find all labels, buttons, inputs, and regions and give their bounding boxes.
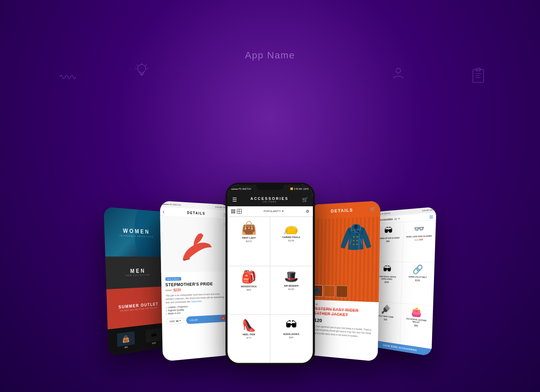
s5-count: 59	[394, 217, 398, 220]
s5-product-4-img: 🔗	[412, 264, 423, 275]
s5-product-6-name: OLD SCHOOL LEATHER WALLET	[402, 317, 431, 325]
s5-product-6-price: $99	[414, 324, 418, 327]
s3-sort-dropdown[interactable]: POPULARITY ▾	[264, 210, 284, 213]
s5-product-2-img: 👓	[414, 223, 425, 235]
s3-product-3-name: WOODSTOCK	[241, 285, 257, 288]
s5-product-2[interactable]: 👓 BASIC LOOK FAKE GLASSES $120 $95	[402, 220, 436, 262]
screen-5: ●●●●● PS SKETCH 5:50 AM 100% ☰ ACCESORIE…	[371, 207, 436, 356]
svg-line-4	[137, 64, 138, 66]
s4-header-title: DETAILS	[331, 207, 353, 213]
s5-product-4[interactable]: 🔗 SUPER UTILITY BELT $120	[401, 262, 434, 306]
s3-menu-btn[interactable]: ☰	[232, 197, 237, 203]
s5-title: ACCESORIES	[379, 218, 393, 221]
bulb-icon	[135, 62, 148, 82]
s5-product-2-old-price: $120	[414, 239, 418, 241]
s5-product-4-name: SUPER UTILITY BELT	[408, 276, 427, 279]
women-title: WOMEN	[119, 228, 154, 235]
s3-product-6-name: SUNGLASSES	[283, 333, 299, 335]
s3-list-view-btn[interactable]	[231, 209, 236, 214]
s5-status-time: 5:50 AM	[422, 209, 429, 212]
s5-product-2-name: BASIC LOOK FAKE GLASSES	[406, 235, 432, 238]
s3-product-3-img: 🎒	[241, 270, 256, 284]
s3-product-3[interactable]: 🎒 WOODSTOCK $89	[228, 266, 270, 314]
s2-product-name: STEPMOTHER'S PRIDE	[165, 281, 228, 287]
phones-container: WOMEN INCREDIBLE PRICE CUTS MEN NEW COLL…	[68, 183, 473, 365]
s2-new-price: $220	[173, 288, 181, 292]
s2-size-value: 38	[176, 320, 179, 322]
s2-feature-3: Made In EU	[168, 312, 181, 315]
s2-brand: Mike & Myers	[165, 277, 181, 281]
s2-read-more[interactable]: Read More	[191, 300, 202, 303]
s3-product-1-img: 👜	[241, 220, 257, 235]
s3-product-2[interactable]: 👝 CARING PAULA $108	[270, 217, 312, 266]
phone-3-wrapper: ●●●●● PS SKETCH 📶 5:50 AM 100% ☰ ACCESSO…	[226, 183, 314, 365]
s2-status-time: 5:50 AM	[215, 206, 222, 208]
s4-thumb-2[interactable]	[324, 285, 335, 297]
svg-rect-9	[473, 70, 484, 82]
s3-product-4-name: AIR BENDER	[284, 285, 299, 287]
svg-line-5	[145, 64, 146, 66]
phone-5-wrapper: ●●●●● PS SKETCH 5:50 AM 100% ☰ ACCESORIE…	[371, 207, 436, 356]
s3-product-1[interactable]: 👜 FIRST LADY $220	[228, 217, 270, 266]
s3-product-1-price: $220	[246, 240, 252, 243]
s5-product-1-price: $68	[386, 240, 389, 242]
s5-product-1-img: 🕶	[384, 225, 393, 236]
s3-product-6-img: 🕶	[286, 318, 297, 332]
s3-product-5-price: $75	[247, 336, 251, 339]
s3-product-1-name: FIRST LADY	[242, 237, 256, 239]
s3-product-6[interactable]: 🕶 SUNGLASSES $95	[270, 315, 312, 362]
s3-battery: 100%	[303, 188, 309, 190]
s3-product-4[interactable]: 🎩 AIR BENDER $190	[270, 266, 312, 314]
s5-product-6[interactable]: 👛 OLD SCHOOL LEATHER WALLET $99	[400, 304, 433, 349]
s3-product-2-name: CARING PAULA	[282, 236, 300, 238]
s5-product-5-img: 🪮	[381, 304, 390, 315]
app-title: App Name	[245, 50, 295, 61]
s2-color-label: COLOR	[189, 319, 197, 321]
s2-header-title: DETAILS	[187, 211, 205, 215]
s2-back-btn[interactable]: ‹	[163, 209, 164, 214]
s3-product-6-price: $95	[289, 336, 293, 339]
s4-description: The most significant part of your look t…	[312, 324, 374, 339]
s3-product-5-img: 👠	[242, 318, 256, 332]
s5-product-6-img: 👛	[411, 307, 422, 318]
men-title: MEN	[126, 268, 150, 275]
s5-grid-btn[interactable]: ⊞	[429, 213, 434, 219]
s3-status-time: 5:50 AM	[294, 188, 302, 190]
s2-old-price: $380	[165, 289, 171, 292]
s2-color-arrow[interactable]: ▾	[221, 316, 225, 321]
men-subtitle: NEW COLLECTION	[126, 274, 150, 277]
s5-product-3-price: $295	[384, 281, 389, 283]
screen-3: ●●●●● PS SKETCH 📶 5:50 AM 100% ☰ ACCESSO…	[227, 185, 313, 363]
screen-1: WOMEN INCREDIBLE PRICE CUTS MEN NEW COLL…	[104, 207, 169, 356]
s4-thumb-3[interactable]	[336, 286, 347, 298]
s3-status-left: ●●●●● PS SKETCH	[232, 188, 251, 190]
s3-filter-btn[interactable]: ⚙	[306, 209, 309, 214]
s2-status-left: ●●●●● PS SKETCH	[163, 203, 181, 206]
s5-product-1-name: BROWNIE HIP SUN GLASSES	[377, 237, 400, 240]
s4-cart-btn[interactable]: 🛒	[370, 206, 376, 212]
s3-title: ACCESSORIES	[250, 197, 289, 201]
s3-cart-btn[interactable]: 🛒	[302, 197, 308, 202]
s3-product-5[interactable]: 👠 HEEL ITEM $75	[228, 315, 270, 362]
svg-point-8	[396, 68, 401, 73]
svg-point-0	[138, 64, 146, 73]
s2-feature-2: Highest Quality	[168, 309, 184, 312]
s5-product-2-price: $95	[419, 238, 423, 241]
s3-sort-label: POPULARITY	[264, 210, 281, 213]
s3-grid-view-btn[interactable]	[237, 209, 242, 214]
s5-product-5-name: HOLLY MARY COMB	[378, 315, 393, 319]
s5-product-3-img: 🕶	[383, 264, 391, 275]
s5-product-5-price: $38	[384, 318, 387, 321]
s3-product-4-price: $190	[288, 288, 294, 291]
s2-feature-1: Leather / Polymers	[168, 305, 188, 309]
phone-1-wrapper: WOMEN INCREDIBLE PRICE CUTS MEN NEW COLL…	[104, 207, 169, 356]
s3-subtitle: 130 ITEMS	[250, 201, 289, 203]
s5-product-4-price: $120	[415, 279, 420, 282]
phone-4-wrapper: ‹ DETAILS 🛒	[308, 201, 379, 362]
s5-battery: 100%	[429, 209, 434, 211]
s2-color-selector[interactable]: COLOR ▾	[186, 314, 228, 324]
s2-size-selector[interactable]: SIZE 38 ▾	[166, 317, 184, 324]
clipboard-icon	[472, 68, 484, 86]
phone-2-wrapper: ●●●●● PS SKETCH 5:50 AM 100% ‹ DETAILS 🛒	[161, 201, 232, 362]
screen-2: ●●●●● PS SKETCH 5:50 AM 100% ‹ DETAILS 🛒	[160, 201, 233, 361]
